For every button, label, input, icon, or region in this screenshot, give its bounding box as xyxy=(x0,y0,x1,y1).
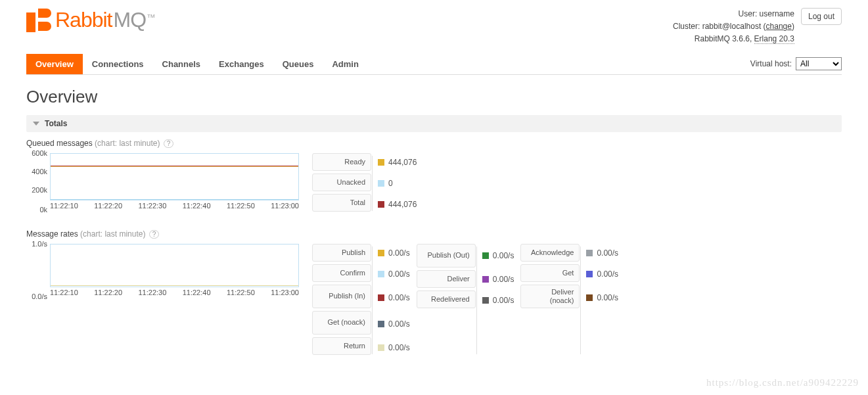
legend-confirm-button[interactable]: Confirm xyxy=(312,264,371,282)
xtick: 11:22:40 xyxy=(183,289,211,296)
swatch-icon xyxy=(378,250,384,256)
logo-text-1: Rabbit xyxy=(55,8,112,32)
swatch-icon xyxy=(482,252,489,259)
xtick: 11:22:20 xyxy=(94,202,122,210)
xtick: 11:22:10 xyxy=(50,289,78,296)
legend-return-button[interactable]: Return xyxy=(312,337,371,355)
queued-messages-chart: 600k 400k 200k 0k 11:22:10 11:22:20 11:2… xyxy=(26,153,299,210)
change-link[interactable]: change xyxy=(766,22,792,31)
swatch-icon xyxy=(586,271,593,277)
legend-deliver-button[interactable]: Deliver xyxy=(417,270,476,288)
legend-redelivered-button[interactable]: Redelivered xyxy=(417,290,476,308)
legend-value: 0.00/s xyxy=(597,248,618,258)
legend-value: 0.00/s xyxy=(388,248,410,258)
xtick: 11:22:50 xyxy=(227,202,255,210)
tab-queues[interactable]: Queues xyxy=(273,54,323,74)
ytick: 1.0/s xyxy=(26,240,47,248)
page-title: Overview xyxy=(26,87,842,107)
ytick: 400k xyxy=(26,168,47,175)
help-icon[interactable]: ? xyxy=(164,139,174,148)
swatch-icon xyxy=(378,271,384,277)
legend-value: 0 xyxy=(388,179,393,188)
swatch-icon xyxy=(482,276,489,283)
help-icon[interactable]: ? xyxy=(149,230,160,239)
xtick: 11:23:00 xyxy=(271,202,299,210)
legend-value: 0.00/s xyxy=(493,251,514,260)
xtick: 11:22:50 xyxy=(227,289,255,296)
legend-value: 0.00/s xyxy=(388,269,410,279)
ytick: 600k xyxy=(26,149,47,157)
swatch-icon xyxy=(586,294,593,301)
legend-ready-button[interactable]: Ready xyxy=(312,153,371,171)
section-totals-title: Totals xyxy=(45,119,67,128)
swatch-icon xyxy=(586,250,593,256)
erlang-version[interactable]: Erlang 20.3 xyxy=(754,34,794,44)
swatch-icon xyxy=(378,321,384,327)
swatch-icon xyxy=(378,344,384,351)
cluster-name: rabbit@localhost xyxy=(702,22,762,31)
xtick: 11:22:20 xyxy=(94,289,122,296)
tab-connections[interactable]: Connections xyxy=(83,54,153,74)
xtick: 11:22:40 xyxy=(183,202,211,210)
rabbit-version: RabbitMQ 3.6.6 xyxy=(695,34,750,43)
legend-value: 0.00/s xyxy=(388,343,410,352)
queued-messages-title: Queued messages xyxy=(26,139,95,148)
message-rates-heading: Message rates (chart: last minute) ? xyxy=(26,229,842,239)
legend-publish-button[interactable]: Publish xyxy=(312,244,371,262)
legend-acknowledge-button[interactable]: Acknowledge xyxy=(520,244,580,262)
legend-value: 0.00/s xyxy=(388,293,410,302)
swatch-icon xyxy=(482,297,489,304)
swatch-icon xyxy=(378,180,384,187)
cluster-label: Cluster: xyxy=(673,22,702,31)
legend-publish-in-button[interactable]: Publish (In) xyxy=(312,285,371,308)
queued-messages-hint: (chart: last minute) xyxy=(95,139,162,148)
logout-button[interactable]: Log out xyxy=(801,8,842,25)
legend-value: 0.00/s xyxy=(597,269,618,279)
section-totals[interactable]: Totals xyxy=(26,115,842,132)
vhost-label: Virtual host: xyxy=(750,59,792,68)
watermark: https://blog.csdn.net/a909422229 xyxy=(706,377,859,386)
ytick: 0.0/s xyxy=(26,292,47,300)
legend-get-noack-button[interactable]: Get (noack) xyxy=(312,311,371,335)
user-label: User: xyxy=(739,9,760,18)
xtick: 11:23:00 xyxy=(271,289,299,296)
rabbit-icon xyxy=(26,9,54,32)
chevron-down-icon xyxy=(33,122,39,126)
xtick: 11:22:30 xyxy=(138,289,166,296)
swatch-icon xyxy=(378,159,384,166)
legend-value: 0.00/s xyxy=(597,293,618,302)
xtick: 11:22:10 xyxy=(50,202,78,210)
user-name: username xyxy=(760,9,794,18)
legend-value: 0.00/s xyxy=(493,275,514,284)
legend-unacked-button[interactable]: Unacked xyxy=(312,174,371,191)
main-nav: Overview Connections Channels Exchanges … xyxy=(26,54,842,75)
message-rates-title: Message rates xyxy=(26,229,80,239)
swatch-icon xyxy=(378,201,384,208)
message-rates-chart: 1.0/s 0.0/s 11:22:10 11:22:20 11:22:30 1… xyxy=(26,244,299,296)
legend-value: 444,076 xyxy=(388,200,417,209)
legend-get-button[interactable]: Get xyxy=(520,264,580,282)
legend-value: 0.00/s xyxy=(493,296,514,305)
queued-messages-heading: Queued messages (chart: last minute) ? xyxy=(26,139,842,148)
legend-total-button[interactable]: Total xyxy=(312,194,371,212)
vhost-select[interactable]: All xyxy=(796,57,842,70)
tab-exchanges[interactable]: Exchanges xyxy=(210,54,273,74)
tab-overview[interactable]: Overview xyxy=(26,54,83,74)
tab-channels[interactable]: Channels xyxy=(153,54,210,74)
legend-value: 0.00/s xyxy=(388,319,410,329)
ytick: 0k xyxy=(26,206,47,214)
tab-admin[interactable]: Admin xyxy=(323,54,367,74)
user-info: User: username Cluster: rabbit@localhost… xyxy=(673,8,794,46)
legend-publish-out-button[interactable]: Publish (Out) xyxy=(417,244,476,267)
legend-value: 444,076 xyxy=(388,158,417,167)
swatch-icon xyxy=(378,294,384,301)
xtick: 11:22:30 xyxy=(138,202,166,210)
logo-text-2: MQ xyxy=(114,8,147,32)
ytick: 200k xyxy=(26,186,47,194)
logo-tm: TM xyxy=(147,13,155,19)
logo[interactable]: Rabbit MQ TM xyxy=(26,8,155,32)
legend-deliver-noack-button[interactable]: Deliver (noack) xyxy=(520,285,580,308)
message-rates-hint: (chart: last minute) xyxy=(80,229,148,239)
